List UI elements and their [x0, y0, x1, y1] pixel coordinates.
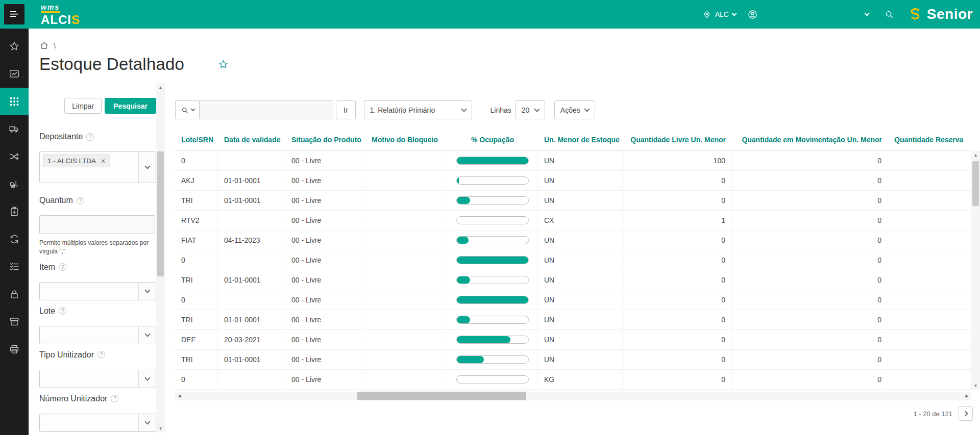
- global-search-button[interactable]: [884, 9, 894, 19]
- chevron-down-icon: [144, 375, 150, 380]
- cell-ocupacao: [447, 370, 538, 389]
- occupancy-bar-track: [456, 157, 529, 165]
- scroll-right-icon[interactable]: ▶: [963, 392, 971, 400]
- lote-select[interactable]: [39, 326, 156, 344]
- pagination: 1 - 20 de 121: [175, 406, 980, 421]
- report-type-select[interactable]: 1. Relatório Primário: [364, 100, 472, 119]
- actions-menu-button[interactable]: Ações: [554, 100, 595, 119]
- forklift-icon: [9, 178, 20, 190]
- column-header-ocupacao[interactable]: % Ocupação: [447, 129, 538, 150]
- rows-label: Linhas: [491, 106, 511, 114]
- hamburger-menu-button[interactable]: [4, 4, 24, 24]
- chevron-down-icon: [731, 11, 737, 16]
- help-icon[interactable]: ?: [59, 263, 66, 271]
- breadcrumb-home-button[interactable]: [39, 41, 49, 50]
- table-vertical-scrollbar[interactable]: ▲ ▼: [971, 151, 980, 390]
- tipo-unitizador-select[interactable]: [39, 370, 156, 388]
- scrollbar-thumb[interactable]: [357, 392, 526, 400]
- cell-motivo-bloqueio: [365, 350, 447, 369]
- help-icon[interactable]: ?: [77, 197, 84, 204]
- column-header-qtd-livre[interactable]: Quantidade Livre Un. Menor: [623, 129, 732, 150]
- occupancy-bar-fill: [457, 316, 471, 323]
- sidebar-item-stock[interactable]: [0, 308, 29, 336]
- sidebar-item-printing[interactable]: [0, 336, 29, 363]
- scroll-up-icon[interactable]: ▲: [156, 83, 165, 91]
- sidebar-item-movements[interactable]: [0, 143, 29, 170]
- clear-button[interactable]: Limpar: [64, 98, 102, 114]
- location-label: ALC: [715, 10, 729, 18]
- column-header-un-menor[interactable]: Un. Menor de Estoque: [538, 129, 623, 150]
- home-icon: [39, 41, 49, 50]
- column-header-data-validade[interactable]: Data de validade: [218, 129, 285, 150]
- scroll-left-icon[interactable]: ◀: [175, 392, 184, 400]
- help-icon[interactable]: ?: [86, 133, 94, 141]
- sidebar-item-tasks[interactable]: [0, 253, 29, 280]
- lote-select-toggle[interactable]: [138, 326, 156, 344]
- cell-lote-srn: TRI: [175, 310, 218, 329]
- search-column-selector[interactable]: [175, 100, 200, 119]
- depositante-select[interactable]: 1 - ALCIS LTDA ✕: [39, 151, 156, 183]
- cell-lote-srn: TRI: [175, 191, 218, 210]
- column-header-lote-srn[interactable]: Lote/SRN: [175, 129, 218, 150]
- help-icon[interactable]: ?: [97, 351, 105, 359]
- cell-ocupacao: [447, 191, 538, 210]
- table-horizontal-scrollbar[interactable]: ◀ ▶: [175, 392, 971, 400]
- sidebar-item-forklift[interactable]: [0, 170, 29, 198]
- item-select[interactable]: [39, 282, 156, 300]
- next-page-button[interactable]: [959, 406, 973, 421]
- sidebar-item-apps[interactable]: [0, 88, 29, 115]
- help-icon[interactable]: ?: [59, 307, 66, 315]
- sidebar-item-inventory[interactable]: [0, 198, 29, 225]
- printer-icon: [9, 344, 20, 355]
- scroll-down-icon[interactable]: ▼: [156, 424, 165, 432]
- report-search-input[interactable]: [200, 100, 333, 119]
- search-button[interactable]: Pesquisar: [105, 98, 156, 114]
- sidebar-item-favorites[interactable]: [0, 33, 29, 60]
- wms-alcis-logo: wms ALCIS: [41, 3, 80, 26]
- occupancy-bar-track: [456, 296, 529, 304]
- column-header-qtd-movimentacao[interactable]: Quantidade em Movimentação Un. Menor: [732, 129, 888, 150]
- sidebar-item-security[interactable]: [0, 280, 29, 308]
- numero-unitizador-select[interactable]: [39, 414, 156, 432]
- cell-motivo-bloqueio: [365, 290, 447, 310]
- sidebar-item-sync[interactable]: [0, 225, 29, 253]
- column-header-motivo-bloqueio[interactable]: Motivo do Bloqueio: [365, 129, 447, 150]
- rows-per-page-select[interactable]: 20: [516, 100, 545, 119]
- scroll-up-icon[interactable]: ▲: [971, 151, 980, 159]
- numero-unitizador-select-toggle[interactable]: [138, 414, 156, 431]
- collapse-header-button[interactable]: [865, 14, 869, 15]
- help-icon[interactable]: ?: [111, 395, 118, 402]
- cell-lote-srn: AKJ: [175, 171, 218, 190]
- main-content: \ Estoque Detalhado Limpar Pesquisar Dep…: [29, 29, 980, 435]
- sidebar-item-monitoring[interactable]: [0, 60, 29, 88]
- scrollbar-thumb[interactable]: [972, 161, 979, 206]
- filter-panel-scrollbar[interactable]: ▲ ▼: [156, 83, 165, 432]
- column-header-situacao-produto[interactable]: Situação do Produto: [285, 129, 365, 150]
- favorite-page-button[interactable]: [218, 59, 229, 70]
- scroll-down-icon[interactable]: ▼: [971, 381, 980, 390]
- cell-situacao-produto: 00 - Livre: [285, 231, 365, 250]
- cell-data-validade: [218, 250, 285, 270]
- go-button[interactable]: Ir: [336, 100, 356, 119]
- cell-situacao-produto: 00 - Livre: [285, 330, 365, 349]
- shuffle-icon: [9, 151, 20, 162]
- cell-ocupacao: [447, 171, 538, 190]
- cell-qtd-livre: 0: [623, 231, 732, 250]
- tipo-unitizador-select-toggle[interactable]: [138, 370, 156, 388]
- scrollbar-thumb[interactable]: [157, 151, 164, 276]
- occupancy-bar-fill: [457, 356, 484, 363]
- remove-chip-icon[interactable]: ✕: [101, 158, 106, 164]
- cell-qtd-reserva: [888, 211, 971, 230]
- item-select-toggle[interactable]: [138, 283, 156, 300]
- user-menu-button[interactable]: [747, 9, 758, 20]
- location-selector[interactable]: ALC: [702, 10, 736, 19]
- tipo-unitizador-label: Tipo Unitizador: [39, 350, 94, 360]
- occupancy-bar-fill: [457, 296, 528, 303]
- column-header-qtd-reserva[interactable]: Quantidade Reserva: [888, 129, 971, 150]
- sidebar-item-shipping[interactable]: [0, 115, 29, 143]
- depositante-select-toggle[interactable]: [138, 152, 156, 183]
- cell-situacao-produto: 00 - Livre: [285, 171, 365, 190]
- cell-data-validade: [218, 151, 285, 170]
- cell-un-menor: UN: [538, 231, 623, 250]
- quantum-input[interactable]: [39, 215, 155, 234]
